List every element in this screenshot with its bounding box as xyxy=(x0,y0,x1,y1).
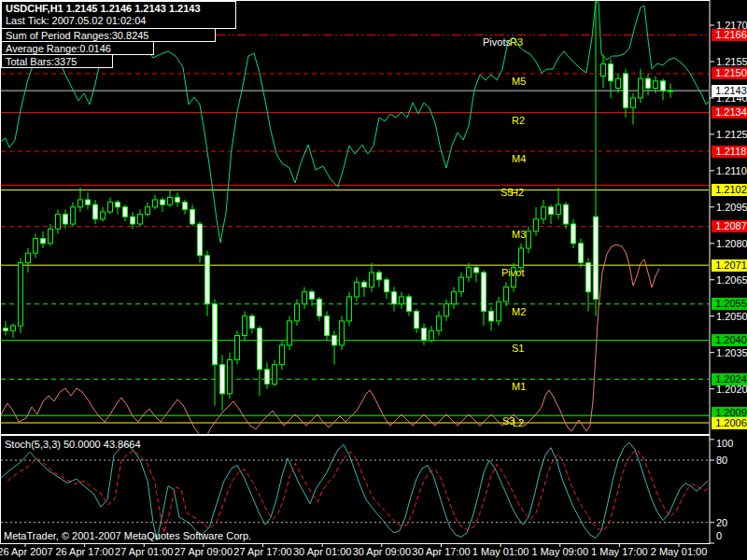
candle-body xyxy=(332,335,337,344)
candle-body xyxy=(437,316,442,331)
candle-body xyxy=(564,204,569,224)
candle-body xyxy=(512,268,516,287)
red-overlay-line xyxy=(0,245,659,439)
candle-body xyxy=(504,287,509,302)
candle-body xyxy=(220,365,225,394)
candle-body xyxy=(392,292,397,304)
candle-body xyxy=(26,253,31,262)
candle-body xyxy=(422,329,427,341)
candle-body xyxy=(86,200,91,204)
candle-body xyxy=(542,207,546,219)
candle-body xyxy=(161,200,165,204)
candle-body xyxy=(310,292,315,300)
candle-body xyxy=(519,248,524,268)
candle-body xyxy=(557,204,561,214)
candle-body xyxy=(459,277,464,292)
candle-body xyxy=(49,229,53,244)
candle-body xyxy=(265,370,270,385)
candle-body xyxy=(489,312,494,321)
candle-body xyxy=(385,280,389,292)
candle-body xyxy=(317,300,322,316)
candle-body xyxy=(93,204,98,219)
candle-body xyxy=(116,203,120,207)
candle-body xyxy=(273,365,277,385)
candle-body xyxy=(534,219,539,231)
candle-body xyxy=(594,217,599,299)
candle-body xyxy=(34,239,38,254)
candle-body xyxy=(609,64,613,81)
candle-body xyxy=(661,81,666,91)
candle-body xyxy=(183,203,188,210)
candle-body xyxy=(370,273,374,287)
candle-body xyxy=(527,231,531,248)
candle-body xyxy=(258,329,262,370)
candle-body xyxy=(452,292,457,304)
chart-canvas[interactable] xyxy=(0,0,747,560)
candle-body xyxy=(669,91,673,91)
candle-body xyxy=(474,268,479,273)
candle-body xyxy=(467,268,472,277)
candle-body xyxy=(101,212,106,219)
candle-body xyxy=(407,297,412,312)
total-bars-box: Total Bars:3375 xyxy=(1,54,113,68)
candle-body xyxy=(4,329,8,331)
candle-body xyxy=(549,207,554,215)
total-bars-line: Total Bars:3375 xyxy=(6,56,112,68)
candle-body xyxy=(250,316,255,329)
candle-body xyxy=(108,203,113,212)
candle-body xyxy=(190,209,195,224)
candle-body xyxy=(131,217,135,224)
candle-body xyxy=(78,200,83,207)
stoch-panel-frame xyxy=(1,436,711,544)
candle-body xyxy=(153,200,158,207)
candle-body xyxy=(243,316,247,336)
mt4-chart-window: 1.21701.21551.21401.21251.21101.20951.20… xyxy=(0,0,747,560)
candle-body xyxy=(430,330,434,340)
candle-body xyxy=(624,74,628,107)
candle-body xyxy=(355,282,359,297)
candle-body xyxy=(71,207,76,224)
candle-body xyxy=(646,78,651,88)
candle-body xyxy=(176,197,180,202)
candle-body xyxy=(63,215,68,224)
candle-body xyxy=(228,359,233,393)
candle-body xyxy=(444,304,449,316)
avg-range-box: Average Range:0.0146 xyxy=(1,41,154,55)
candle-body xyxy=(415,312,419,329)
candle-body xyxy=(616,78,621,88)
candle-body xyxy=(146,207,150,215)
candle-body xyxy=(377,273,382,280)
candle-body xyxy=(205,256,210,304)
candle-body xyxy=(631,98,636,107)
candle-body xyxy=(639,78,643,98)
candle-body xyxy=(56,215,61,230)
candle-body xyxy=(482,273,486,312)
candle-body xyxy=(347,297,352,321)
sum-ranges-box: Sum of Period Ranges:30.8245 xyxy=(1,28,216,42)
symbol-info-box: USDCHF,H1 1.2145 1.2146 1.2143 1.2143 La… xyxy=(1,1,236,29)
candle-body xyxy=(138,215,143,224)
candle-body xyxy=(601,64,606,77)
candle-body xyxy=(654,81,658,89)
last-tick-line: Last Tick: 2007.05.02 01:02:04 xyxy=(6,15,235,27)
candle-body xyxy=(400,297,404,304)
candle-body xyxy=(579,244,584,263)
candle-body xyxy=(280,345,285,365)
candle-body xyxy=(11,326,16,330)
candle-body xyxy=(340,321,345,345)
stoch-main-line xyxy=(0,442,708,540)
copyright-label: MetaTrader, © 2001-2007 MetaQuotes Softw… xyxy=(4,530,251,542)
candle-body xyxy=(362,282,367,287)
stoch-indicator-label: Stoch(5,3,3) 50.0000 43.8664 xyxy=(5,439,141,451)
candle-body xyxy=(213,304,218,365)
candle-body xyxy=(235,335,240,359)
candle-body xyxy=(198,224,203,256)
candle-body xyxy=(288,321,292,345)
candle-body xyxy=(19,263,23,327)
candle-body xyxy=(295,304,300,321)
candle-body xyxy=(303,292,307,304)
candle-body xyxy=(41,239,46,244)
stoch-panel[interactable] xyxy=(0,442,710,540)
candle-body xyxy=(325,316,330,336)
candle-body xyxy=(571,224,576,244)
